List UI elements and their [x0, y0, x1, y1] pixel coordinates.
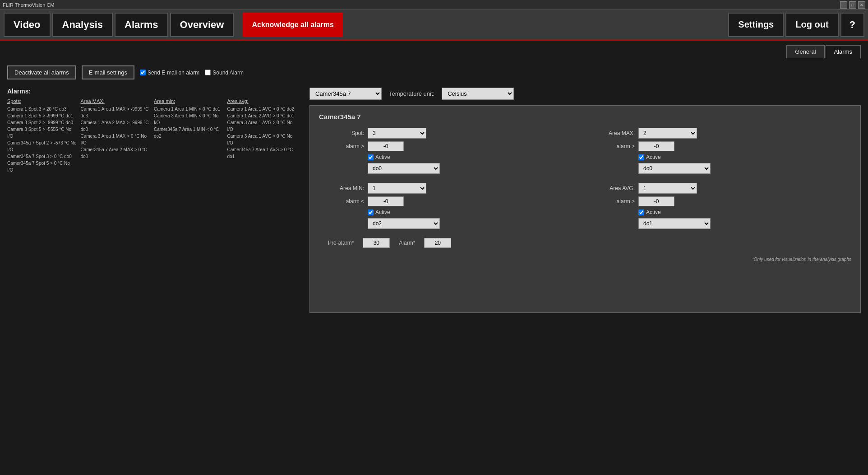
area-avg-alarm-input[interactable]: [638, 196, 674, 206]
spots-header: Spots:: [7, 98, 77, 104]
send-email-label: Send E-mail on alarm: [148, 70, 199, 76]
area-avg-select[interactable]: 1234: [638, 183, 697, 194]
alarm-input[interactable]: [424, 238, 451, 248]
alarms-title: Alarms:: [7, 88, 300, 95]
tab-analysis[interactable]: Analysis: [52, 13, 113, 37]
deactivate-all-alarms-button[interactable]: Deactivate all alarms: [7, 65, 76, 79]
area-min-select[interactable]: 1234: [368, 183, 426, 194]
area-min-row: Area MIN: 1234: [328, 183, 572, 194]
area-min-header: Area min:: [154, 98, 224, 104]
spot-active-label: Active: [375, 154, 390, 160]
camera-config-panel: Camera 1 Camera 2 Camera 3 Camer345a 7 T…: [309, 88, 861, 313]
area-max-active-checkbox[interactable]: [638, 154, 644, 160]
list-item: Camer345a 7 Area 2 MAX > 0 °C do0: [81, 146, 151, 160]
area-avg-label: Area AVG:: [599, 185, 635, 191]
temp-unit-label: Temperature unit:: [389, 90, 434, 97]
list-item: Camera 3 Area 1 AVG > 0 °C No I/O: [227, 119, 297, 133]
area-avg-column: Area avg: Camera 1 Area 1 AVG > 0 °C do2…: [227, 98, 301, 173]
list-item: Camera 1 Area 2 MAX > -9999 °C do0: [81, 119, 151, 133]
sound-alarm-label: Sound Alarm: [212, 70, 244, 76]
spot-output-row: do0do1do2do3No I/O: [368, 163, 572, 174]
camera-selector-row: Camera 1 Camera 2 Camera 3 Camer345a 7 T…: [309, 88, 861, 100]
minimize-btn[interactable]: _: [840, 1, 847, 9]
acknowledge-all-alarms-button[interactable]: Acknowledge all alarms: [243, 13, 342, 37]
close-btn[interactable]: ✕: [858, 1, 865, 9]
area-max-label: Area MAX:: [599, 130, 635, 136]
send-email-checkbox[interactable]: [140, 70, 146, 75]
area-avg-active-checkbox[interactable]: [638, 210, 644, 215]
spot-alarm-row: alarm >: [328, 141, 572, 151]
tab-general[interactable]: General: [786, 45, 824, 58]
logout-button[interactable]: Log out: [785, 13, 838, 37]
pre-alarm-input[interactable]: [363, 238, 390, 248]
area-min-column: Area min: Camera 1 Area 1 MIN < 0 °C do1…: [154, 98, 227, 173]
area-min-active-checkbox[interactable]: [368, 210, 374, 215]
camera-selector[interactable]: Camera 1 Camera 2 Camera 3 Camer345a 7: [309, 88, 382, 100]
settings-toolbar: Deactivate all alarms E-mail settings Se…: [7, 65, 861, 79]
area-avg-row: Area AVG: 1234: [599, 183, 842, 194]
nav-bar: Video Analysis Alarms Overview Acknowled…: [0, 10, 868, 41]
list-item: Camera 3 Spot 2 > -9999 °C do0: [7, 119, 77, 126]
list-item: Camera 3 Spot 5 > -5555 °C No I/O: [7, 126, 77, 140]
tab-alarms[interactable]: Alarms: [115, 13, 168, 37]
area-min-alarm-row: alarm <: [328, 196, 572, 206]
area-avg-output-row: do0do1do2do3No I/O: [638, 218, 842, 229]
list-item: Camera 1 Area 2 AVG > 0 °C do1: [227, 112, 297, 119]
title-bar: FLIR ThermoVision CM _ □ ✕: [0, 0, 868, 10]
pre-alarm-row: Pre-alarm* Alarm*: [319, 238, 851, 248]
list-item: Camer345a 7 Spot 5 > 0 °C No I/O: [7, 160, 77, 173]
restore-btn[interactable]: □: [849, 1, 856, 9]
help-button[interactable]: ?: [840, 13, 864, 37]
area-max-row: Area MAX: 1234: [599, 128, 842, 139]
temperature-unit-selector[interactable]: Celsius Fahrenheit Kelvin: [442, 88, 514, 100]
list-item: Camera 3 Area 1 MAX > 0 °C No I/O: [81, 133, 151, 146]
area-min-output-row: do0do1do2do3No I/O: [368, 218, 572, 229]
camera-config-title: Camer345a 7: [319, 113, 851, 121]
area-max-alarm-row: alarm >: [599, 141, 842, 151]
spot-output-select[interactable]: do0do1do2do3No I/O: [368, 163, 440, 174]
alarm-label: Alarm*: [399, 240, 415, 246]
camera-config-box: Camer345a 7 Spot: 12345 alarm >: [309, 105, 861, 313]
area-avg-output-select[interactable]: do0do1do2do3No I/O: [638, 218, 711, 229]
area-min-output-select[interactable]: do0do1do2do3No I/O: [368, 218, 440, 229]
alarms-section: Alarms: Spots: Camera 1 Spot 3 > 20 °C d…: [7, 88, 861, 313]
tab-alarms-settings[interactable]: Alarms: [826, 45, 861, 58]
list-item: Camera 1 Area 1 MAX > -9999 °C do3: [81, 106, 151, 119]
list-item: Camera 3 Area 1 MIN < 0 °C No I/O: [154, 112, 224, 126]
spot-alarm-input[interactable]: [368, 141, 404, 151]
spot-section: Spot: 12345 alarm > Active: [328, 128, 572, 174]
tab-video[interactable]: Video: [4, 13, 51, 37]
area-min-alarm-input[interactable]: [368, 196, 404, 206]
spot-active-checkbox[interactable]: [368, 154, 374, 160]
alarms-left-panel: Alarms: Spots: Camera 1 Spot 3 > 20 °C d…: [7, 88, 300, 313]
area-avg-header: Area avg:: [227, 98, 297, 104]
list-item: Camera 1 Spot 5 > -9999 °C do1: [7, 112, 77, 119]
area-avg-active-label: Active: [646, 209, 661, 215]
area-avg-alarm-row: alarm >: [599, 196, 842, 206]
send-email-checkbox-label[interactable]: Send E-mail on alarm: [140, 70, 199, 76]
area-max-section: Area MAX: 1234 alarm > Active: [599, 128, 842, 174]
settings-button[interactable]: Settings: [728, 13, 784, 37]
list-item: Camera 3 Area 1 AVG > 0 °C No I/O: [227, 133, 297, 146]
area-min-label: Area MIN:: [328, 185, 364, 191]
sound-alarm-checkbox[interactable]: [205, 70, 211, 75]
list-item: Camera 1 Area 1 AVG > 0 °C do2: [227, 106, 297, 112]
list-item: Camera 1 Area 1 MIN < 0 °C do1: [154, 106, 224, 112]
top-tabs: General Alarms: [7, 45, 861, 58]
config-grid: Spot: 12345 alarm > Active: [319, 128, 851, 229]
area-avg-section: Area AVG: 1234 alarm > Active: [599, 183, 842, 229]
tab-overview[interactable]: Overview: [170, 13, 234, 37]
spot-select[interactable]: 12345: [368, 128, 426, 139]
area-max-header: Area MAX:: [81, 98, 151, 104]
list-item: Camer345a 7 Area 1 AVG > 0 °C do1: [227, 146, 297, 160]
content-area: General Alarms Deactivate all alarms E-m…: [0, 41, 868, 317]
email-settings-button[interactable]: E-mail settings: [82, 65, 134, 79]
area-avg-active-row: Active: [638, 209, 842, 215]
area-max-alarm-input[interactable]: [638, 141, 674, 151]
area-max-column: Area MAX: Camera 1 Area 1 MAX > -9999 °C…: [81, 98, 154, 173]
area-max-output-select[interactable]: do0do1do2do3No I/O: [638, 163, 711, 174]
list-item: Camer345a 7 Area 1 MIN < 0 °C do2: [154, 126, 224, 140]
footnote: *Only used for visualization in the anal…: [319, 257, 851, 262]
sound-alarm-checkbox-label[interactable]: Sound Alarm: [205, 70, 244, 76]
area-max-select[interactable]: 1234: [638, 128, 697, 139]
